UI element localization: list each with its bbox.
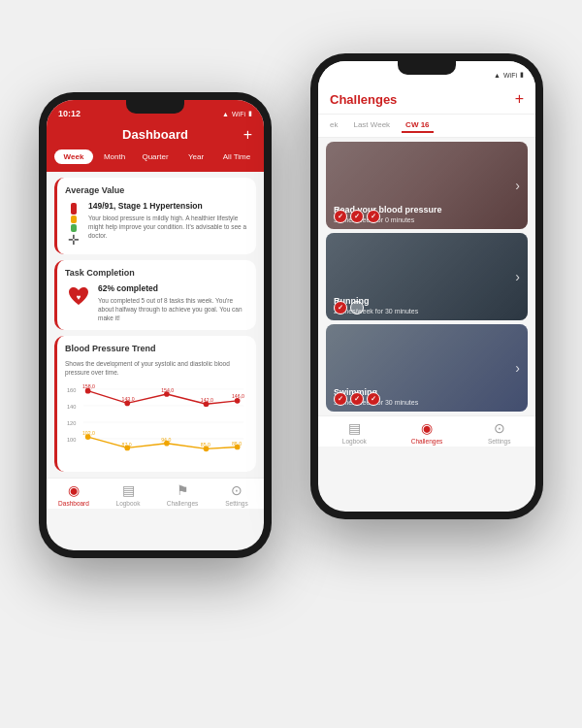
nav-settings-right-label: Settings <box>488 438 511 445</box>
svg-text:87,0: 87,0 <box>122 442 132 447</box>
svg-text:143,0: 143,0 <box>122 397 135 403</box>
check-2-1: ✓ <box>334 301 347 314</box>
time-filter: Week Month Quarter Year All Time <box>47 149 264 172</box>
nav-settings-right[interactable]: ⊙ Settings <box>463 420 535 445</box>
challenges-content: Read your blood pressure 3 times/week fo… <box>318 138 535 415</box>
challenge-1-checks: ✓ ✓ ✓ <box>334 210 380 223</box>
svg-text:154,0: 154,0 <box>161 387 174 393</box>
challenge-1-arrow: › <box>515 178 520 193</box>
svg-text:120: 120 <box>67 420 76 426</box>
bp-reading: 149/91, Stage 1 Hypertension <box>88 201 248 211</box>
notch-right <box>398 61 456 75</box>
task-text: 62% completed You completed 5 out of 8 t… <box>98 283 248 322</box>
svg-text:100: 100 <box>67 437 76 443</box>
add-button[interactable]: + <box>243 126 252 144</box>
challenges-add-button[interactable]: + <box>515 90 524 108</box>
tab-last-week[interactable]: Last Week <box>349 118 394 133</box>
bp-description: Your blood pressure is mildly high. A he… <box>88 214 248 240</box>
challenge-card-2[interactable]: Running 2 times/week for 30 minutes ✓ › <box>326 233 528 320</box>
check-1-2: ✓ <box>350 210 364 223</box>
nav-logbook[interactable]: ▤ Logbook <box>101 482 155 507</box>
left-screen: 10:12 ▲ WiFi ▮ Dashboard + Week Month Qu… <box>47 100 264 550</box>
tab-week-partial[interactable]: ek <box>326 118 341 133</box>
settings-icon: ⊙ <box>231 482 242 498</box>
average-value-title: Average Value <box>65 185 248 195</box>
bp-indicator: ✛ <box>65 201 82 247</box>
check-1-1: ✓ <box>334 210 347 223</box>
task-completion-card: Task Completion ♥ 62% completed You comp… <box>54 260 256 330</box>
svg-text:140: 140 <box>67 404 76 410</box>
nav-challenges-label: Challenges <box>167 500 199 507</box>
dashboard-title: Dashboard <box>122 127 188 142</box>
challenge-3-arrow: › <box>515 360 520 376</box>
challenge-2-arrow: › <box>515 269 520 284</box>
dashboard-content: Average Value ✛ 149/91, Stage 1 Hyperten… <box>47 172 264 478</box>
trend-description: Shows the development of your systolic a… <box>65 359 248 377</box>
task-content: ♥ 62% completed You completed 5 out of 8… <box>65 283 248 322</box>
bp-chart: 160 140 120 100 <box>65 382 248 460</box>
status-time: 10:12 <box>58 109 81 118</box>
tab-year[interactable]: Year <box>177 149 215 164</box>
logbook-icon: ▤ <box>122 482 135 498</box>
week-filter: ek Last Week CW 16 <box>318 115 535 138</box>
battery-icon-right: ▮ <box>520 71 524 79</box>
logbook-icon-right: ▤ <box>348 420 361 436</box>
challenge-card-1[interactable]: Read your blood pressure 3 times/week fo… <box>326 142 528 229</box>
check-1-3: ✓ <box>367 210 380 223</box>
nav-challenges-right[interactable]: ◉ Challenges <box>391 420 464 445</box>
tab-month[interactable]: Month <box>95 149 134 164</box>
bottom-nav-right: ▤ Logbook ◉ Challenges ⊙ Settings <box>318 415 535 447</box>
svg-text:102,0: 102,0 <box>82 431 95 437</box>
challenge-2-checks: ✓ <box>334 301 364 314</box>
nav-logbook-label: Logbook <box>116 500 141 507</box>
nav-logbook-right-label: Logbook <box>342 438 367 445</box>
bp-trend-card: Blood Pressure Trend Shows the developme… <box>54 336 256 472</box>
bottom-nav-left: ◉ Dashboard ▤ Logbook ⚑ Challenges ⊙ Set… <box>47 478 264 509</box>
nav-logbook-right[interactable]: ▤ Logbook <box>318 420 391 445</box>
nav-dashboard-label: Dashboard <box>58 500 89 507</box>
heart-icon: ♥ <box>65 283 92 311</box>
svg-text:♥: ♥ <box>77 293 81 302</box>
challenge-3-checks: ✓ ✓ ✓ <box>334 392 380 406</box>
svg-text:158,0: 158,0 <box>82 383 95 389</box>
tab-quarter[interactable]: Quarter <box>136 149 175 164</box>
challenges-title: Challenges <box>330 92 397 107</box>
average-value-card: Average Value ✛ 149/91, Stage 1 Hyperten… <box>54 178 256 254</box>
signal-icon-right: ▲ <box>494 72 501 79</box>
check-3-2: ✓ <box>350 392 364 406</box>
dashboard-header: Dashboard + <box>47 123 264 149</box>
signal-icon: ▲ <box>222 111 229 117</box>
battery-icon: ▮ <box>248 110 252 117</box>
bp-bar-red <box>71 203 77 215</box>
dashboard-icon: ◉ <box>68 482 80 498</box>
right-screen: ▲ WiFi ▮ Challenges + ek Last Week CW 16 <box>318 61 535 512</box>
svg-text:85,0: 85,0 <box>201 443 210 448</box>
challenges-icon: ⚑ <box>177 482 189 498</box>
task-completion-title: Task Completion <box>65 268 248 278</box>
bp-cross-icon: ✛ <box>68 233 80 247</box>
svg-text:88,0: 88,0 <box>232 441 242 447</box>
status-icons-right: ▲ WiFi ▮ <box>494 71 524 79</box>
tab-week[interactable]: Week <box>54 149 93 164</box>
wifi-icon: WiFi <box>232 111 245 117</box>
task-percentage: 62% completed <box>98 283 248 293</box>
left-phone: 10:12 ▲ WiFi ▮ Dashboard + Week Month Qu… <box>39 92 272 558</box>
nav-settings[interactable]: ⊙ Settings <box>210 482 264 507</box>
bp-bar-green <box>71 224 77 232</box>
challenges-icon-right: ◉ <box>421 420 433 436</box>
svg-text:146,0: 146,0 <box>232 394 244 400</box>
challenges-header: Challenges + <box>318 84 535 115</box>
nav-settings-label: Settings <box>225 500 248 507</box>
status-icons: ▲ WiFi ▮ <box>222 110 252 117</box>
nav-challenges[interactable]: ⚑ Challenges <box>155 482 210 507</box>
right-phone: ▲ WiFi ▮ Challenges + ek Last Week CW 16 <box>310 53 543 519</box>
avg-value-content: ✛ 149/91, Stage 1 Hypertension Your bloo… <box>65 201 248 247</box>
bp-bar-yellow <box>71 215 77 223</box>
nav-dashboard[interactable]: ◉ Dashboard <box>47 482 101 507</box>
tab-alltime[interactable]: All Time <box>217 149 256 164</box>
tab-cw16[interactable]: CW 16 <box>402 118 433 133</box>
svg-text:142,0: 142,0 <box>201 398 213 404</box>
check-2-2 <box>350 301 364 314</box>
task-description: You completed 5 out of 8 tasks this week… <box>98 296 248 322</box>
challenge-card-3[interactable]: Swimming 3 times/week for 30 minutes ✓ ✓… <box>326 324 528 412</box>
